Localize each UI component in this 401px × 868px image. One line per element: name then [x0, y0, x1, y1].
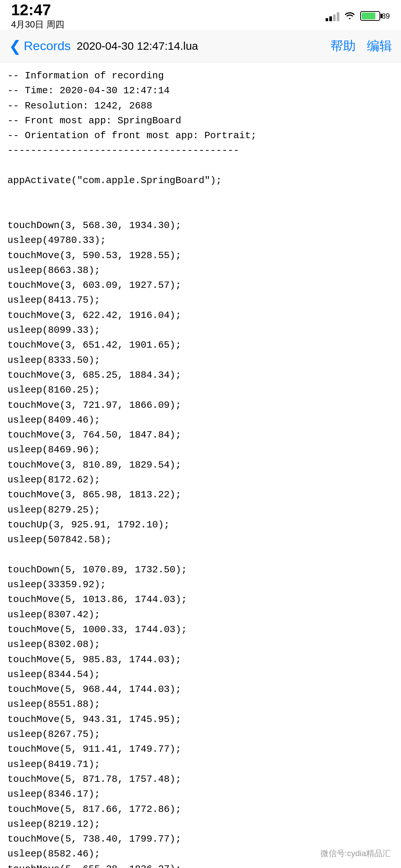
status-icons: 89 — [326, 10, 390, 23]
code-block: -- Information of recording -- Time: 202… — [7, 68, 394, 868]
wifi-icon — [344, 10, 356, 23]
battery-indicator: 89 — [360, 11, 390, 21]
status-date: 4月30日 周四 — [11, 19, 64, 30]
back-button[interactable]: ❮ Records — [9, 38, 71, 55]
watermark: 微信号:cydia精品汇 — [317, 846, 394, 861]
signal-icon — [326, 11, 339, 21]
nav-bar: ❮ Records 2020-04-30 12:47:14.lua 帮助 编辑 — [0, 30, 401, 62]
status-bar: 12:47 4月30日 周四 89 — [0, 0, 401, 30]
battery-percent: 89 — [382, 12, 390, 20]
status-time: 12:47 4月30日 周四 — [11, 1, 64, 30]
status-clock: 12:47 — [11, 1, 64, 19]
code-content: -- Information of recording -- Time: 202… — [0, 62, 401, 868]
help-button[interactable]: 帮助 — [330, 38, 356, 55]
nav-title: 2020-04-30 12:47:14.lua — [77, 40, 325, 52]
chevron-left-icon: ❮ — [9, 38, 22, 55]
back-label: Records — [24, 39, 71, 53]
nav-actions: 帮助 编辑 — [330, 38, 392, 55]
edit-button[interactable]: 编辑 — [367, 38, 392, 55]
